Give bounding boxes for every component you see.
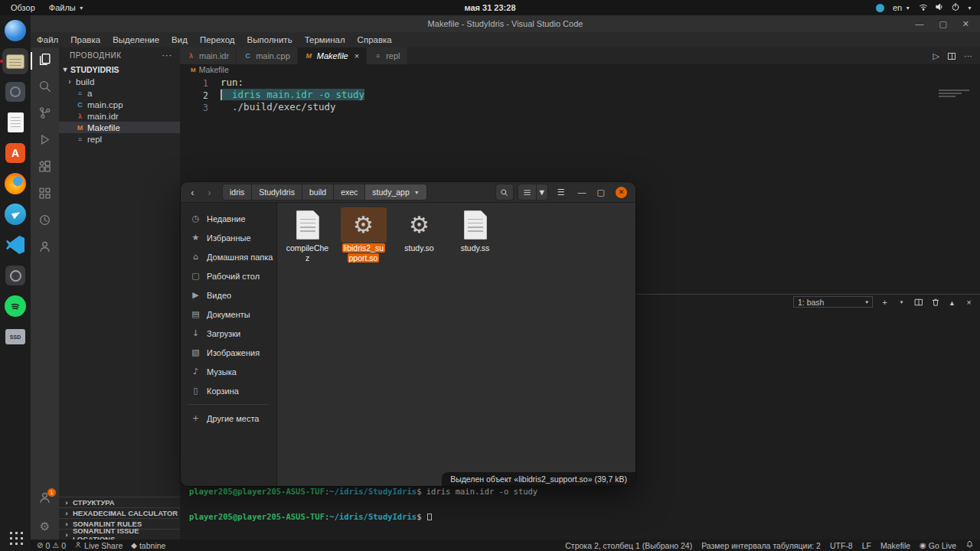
keyboard-layout-indicator[interactable]: en ▼: [891, 0, 912, 15]
dock-icon-telegram[interactable]: [2, 201, 28, 227]
menu-edit[interactable]: Правка: [64, 35, 106, 44]
dock-icon-vscode[interactable]: [2, 232, 28, 258]
kill-terminal-icon[interactable]: [930, 298, 940, 307]
dock-icon-ssd-drive[interactable]: SSD: [2, 324, 28, 350]
encoding-indicator[interactable]: UTF-8: [830, 541, 853, 550]
cursor-position-indicator[interactable]: Строка 2, столбец 1 (Выбрано 24): [565, 541, 692, 550]
tab-main-cpp[interactable]: Cmain.cpp: [237, 47, 298, 64]
code-line-1[interactable]: 1 run:: [180, 77, 980, 89]
menu-terminal[interactable]: Терминал: [299, 35, 351, 44]
forward-button[interactable]: ›: [203, 187, 216, 198]
panel-hex-calculator[interactable]: ›HEXADECIMAL CALCULATOR: [59, 507, 180, 518]
chevron-down-icon[interactable]: ▾: [897, 299, 906, 305]
tree-item-main-cpp[interactable]: C main.cpp: [59, 99, 180, 110]
search-button[interactable]: [495, 184, 514, 201]
files-content-area[interactable]: compileChez ⚙ libidris2_support.so ⚙ stu…: [277, 203, 635, 486]
breadcrumb[interactable]: M Makefile: [180, 64, 980, 75]
activity-history[interactable]: [31, 208, 59, 235]
sidebar-item-recent[interactable]: ◷Недавние: [181, 209, 276, 228]
code-area[interactable]: 1 run: 2 idris main.idr -o study 3 ./bui…: [180, 75, 980, 113]
sidebar-item-other-locations[interactable]: +Другие места: [181, 409, 276, 428]
panel-sonarlint-issues[interactable]: ›SONARLINT ISSUE LOCATIONS: [59, 529, 180, 540]
activity-run-debug[interactable]: [31, 128, 59, 155]
maximize-panel-icon[interactable]: ▴: [947, 298, 957, 307]
activity-explorer[interactable]: [31, 47, 59, 74]
activity-settings[interactable]: ⚙: [31, 513, 59, 540]
language-mode-indicator[interactable]: Makefile: [880, 541, 910, 550]
sidebar-item-pictures[interactable]: ▧Изображения: [181, 343, 276, 362]
menu-file[interactable]: Файл: [31, 35, 64, 44]
file-item-study-ss[interactable]: study.ss: [447, 207, 503, 262]
show-applications-button[interactable]: [8, 530, 23, 545]
files-header-bar[interactable]: ‹ › idris StudyIdris build exec study_ap…: [181, 182, 635, 203]
focused-app-menu[interactable]: Файлы ▼: [43, 0, 90, 15]
maximize-button[interactable]: ▢: [939, 19, 946, 29]
file-item-libidris2-support-so[interactable]: ⚙ libidris2_support.so: [335, 207, 391, 262]
split-editor-icon[interactable]: [948, 53, 956, 60]
path-segment-exec[interactable]: exec: [334, 184, 365, 201]
tab-makefile[interactable]: MMakefile×: [298, 47, 367, 64]
dock-icon-screenshot-tool[interactable]: [2, 262, 28, 289]
activities-button[interactable]: Обзор: [5, 0, 41, 15]
problems-indicator[interactable]: ⊘0 ⚠0: [37, 541, 66, 550]
file-item-study-so[interactable]: ⚙ study.so: [391, 207, 447, 262]
sidebar-item-videos[interactable]: ▶Видео: [181, 285, 276, 305]
maximize-button[interactable]: ▢: [597, 188, 605, 197]
dock-icon-ubuntu-software[interactable]: A: [2, 140, 28, 166]
minimize-button[interactable]: —: [578, 188, 586, 197]
hamburger-menu-button[interactable]: ☰: [552, 184, 570, 201]
sidebar-item-home[interactable]: ⌂Домашняя папка: [181, 247, 276, 266]
tree-item-repl[interactable]: ≡ repl: [59, 133, 180, 145]
tab-main-idr[interactable]: λmain.idr: [180, 47, 237, 64]
activity-extensions[interactable]: [31, 155, 59, 181]
tabnine-button[interactable]: ◆ tabnine: [131, 541, 165, 550]
more-actions-icon[interactable]: ···: [964, 51, 972, 60]
clock[interactable]: мая 31 23:28: [0, 3, 980, 12]
close-panel-icon[interactable]: ×: [964, 298, 974, 307]
sidebar-item-documents[interactable]: ▤Документы: [181, 305, 276, 324]
sidebar-item-trash[interactable]: ▯Корзина: [181, 381, 276, 400]
view-options-dropdown[interactable]: ▼: [536, 184, 548, 201]
notifications-bell[interactable]: [965, 540, 974, 550]
more-actions-icon[interactable]: ···: [162, 50, 172, 60]
network-icon[interactable]: [919, 2, 928, 13]
sidebar-item-desktop[interactable]: ▢Рабочий стол: [181, 266, 276, 285]
dock-icon-files[interactable]: [2, 48, 28, 74]
sidebar-item-downloads[interactable]: ↓Загрузки: [181, 324, 276, 343]
path-segment-studyidris[interactable]: StudyIdris: [252, 184, 302, 201]
path-segment-study-app[interactable]: study_app ▼: [365, 184, 426, 201]
activity-search[interactable]: [31, 74, 59, 101]
activity-sonarlint[interactable]: [31, 181, 59, 208]
dock-icon-browser[interactable]: [2, 18, 28, 44]
close-button[interactable]: ✕: [616, 187, 627, 198]
close-button[interactable]: ✕: [962, 19, 969, 29]
list-view-button[interactable]: [518, 184, 536, 201]
vscode-title-bar[interactable]: Makefile - StudyIdris - Visual Studio Co…: [31, 15, 980, 32]
tree-item-main-idr[interactable]: λ main.idr: [59, 110, 180, 122]
dock-icon-firefox[interactable]: [2, 171, 28, 197]
menu-help[interactable]: Справка: [351, 35, 398, 44]
activity-source-control[interactable]: [31, 101, 59, 128]
eol-indicator[interactable]: LF: [862, 541, 871, 550]
dock-icon-text-editor[interactable]: [2, 109, 28, 135]
volume-icon[interactable]: [935, 2, 944, 13]
activity-accounts[interactable]: 1: [31, 486, 59, 513]
tree-item-build[interactable]: › build: [59, 76, 180, 87]
path-segment-idris[interactable]: idris: [222, 184, 252, 201]
terminal-selector[interactable]: 1: bash ▾: [793, 296, 873, 308]
menu-selection[interactable]: Выделение: [106, 35, 165, 44]
code-line-2[interactable]: 2 idris main.idr -o study: [180, 89, 980, 101]
power-icon[interactable]: [951, 2, 960, 13]
sidebar-item-music[interactable]: ♪Музыка: [181, 362, 276, 381]
dock-icon-settings[interactable]: [2, 79, 28, 105]
menu-go[interactable]: Переход: [194, 35, 241, 44]
menu-run[interactable]: Выполнить: [241, 35, 299, 44]
go-live-button[interactable]: ◉Go Live: [920, 541, 956, 550]
sidebar-item-starred[interactable]: ★Избранные: [181, 228, 276, 247]
back-button[interactable]: ‹: [186, 187, 199, 198]
tree-item-makefile[interactable]: M Makefile: [59, 122, 180, 133]
indentation-indicator[interactable]: Размер интервала табуляции: 2: [701, 541, 821, 550]
split-terminal-icon[interactable]: [913, 298, 923, 307]
minimize-button[interactable]: —: [915, 19, 923, 29]
tree-item-a[interactable]: ≡ a: [59, 87, 180, 99]
